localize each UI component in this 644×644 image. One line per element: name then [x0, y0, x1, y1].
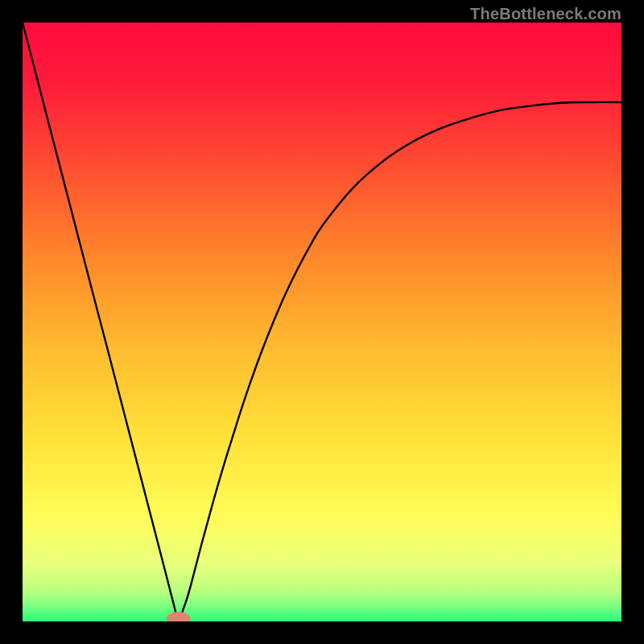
chart-frame: TheBottleneck.com [0, 0, 644, 644]
chart-background [23, 23, 621, 621]
watermark-text: TheBottleneck.com [470, 5, 621, 23]
chart-plot [23, 23, 621, 621]
